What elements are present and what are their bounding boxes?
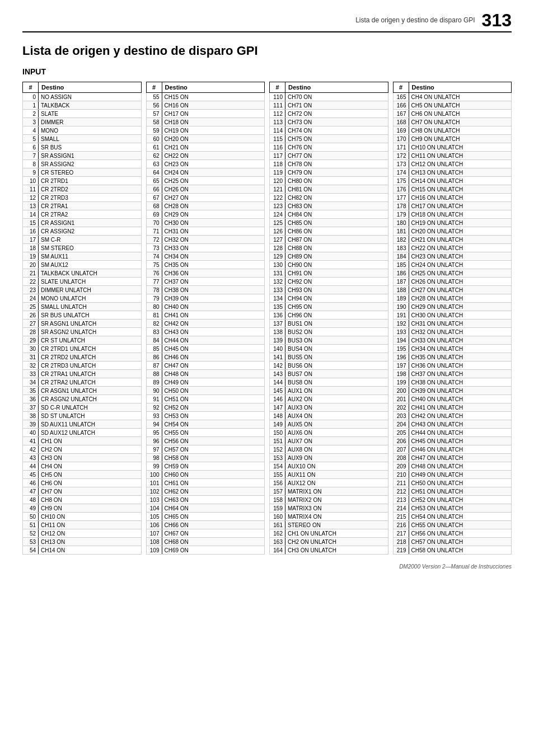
row-dest: CH41 ON UNLATCH bbox=[409, 403, 512, 412]
row-dest: AUX9 ON bbox=[285, 454, 388, 462]
row-dest: CH92 ON bbox=[285, 278, 388, 286]
row-num: 74 bbox=[146, 252, 162, 261]
row-num: 92 bbox=[146, 403, 162, 412]
row-dest: CH35 ON bbox=[162, 261, 265, 269]
row-num: 64 bbox=[146, 168, 162, 177]
table-row: 54CH14 ON bbox=[23, 546, 142, 555]
row-num: 16 bbox=[23, 227, 39, 236]
table-row: 112CH72 ON bbox=[270, 110, 388, 118]
row-dest: CH32 ON bbox=[162, 236, 265, 244]
col1-header-num: # bbox=[23, 82, 39, 93]
row-num: 89 bbox=[146, 378, 162, 387]
row-dest: CH33 ON bbox=[162, 244, 265, 252]
table-row: 122CH82 ON bbox=[270, 194, 388, 202]
row-num: 60 bbox=[146, 135, 162, 143]
col4-header-num: # bbox=[393, 82, 409, 93]
row-num: 155 bbox=[270, 471, 285, 479]
table-row: 190CH29 ON UNLATCH bbox=[393, 303, 512, 311]
table-row: 124CH84 ON bbox=[270, 210, 388, 219]
row-dest: SR ASGN1 UNLATCH bbox=[39, 320, 142, 328]
row-num: 190 bbox=[393, 303, 409, 311]
row-num: 71 bbox=[146, 227, 162, 236]
row-num: 204 bbox=[393, 420, 409, 429]
table-row: 208CH47 ON UNLATCH bbox=[393, 454, 512, 462]
table-row: 136CH96 ON bbox=[270, 311, 388, 320]
row-dest: CH68 ON bbox=[162, 538, 265, 546]
row-num: 45 bbox=[23, 471, 39, 479]
row-num: 11 bbox=[23, 185, 39, 194]
row-num: 191 bbox=[393, 311, 409, 320]
table-row: 128CH88 ON bbox=[270, 244, 388, 252]
row-dest: CH57 ON bbox=[162, 445, 265, 454]
row-dest: CR ASGN2 UNLATCH bbox=[39, 395, 142, 403]
row-dest: CH27 ON bbox=[162, 194, 265, 202]
row-dest: AUX1 ON bbox=[285, 387, 388, 395]
table-row: 48CH8 ON bbox=[23, 496, 142, 504]
row-dest: BUS2 ON bbox=[285, 328, 388, 336]
row-num: 127 bbox=[270, 236, 285, 244]
row-dest: TALKBACK UNLATCH bbox=[39, 269, 142, 278]
row-dest: AUX5 ON bbox=[285, 420, 388, 429]
row-num: 141 bbox=[270, 353, 285, 361]
table-row: 1TALKBACK bbox=[23, 101, 142, 110]
row-dest: SD AUX12 UNLATCH bbox=[39, 429, 142, 437]
table-row: 45CH5 ON bbox=[23, 471, 142, 479]
row-num: 179 bbox=[393, 210, 409, 219]
row-dest: DIMMER UNLATCH bbox=[39, 286, 142, 294]
row-dest: CH7 ON UNLATCH bbox=[409, 118, 512, 126]
table-row: 145AUX1 ON bbox=[270, 387, 388, 395]
row-num: 159 bbox=[270, 504, 285, 513]
row-num: 3 bbox=[23, 118, 39, 126]
table-row: 19SM AUX11 bbox=[23, 252, 142, 261]
row-dest: CH15 ON bbox=[162, 93, 265, 101]
row-dest: CH26 ON bbox=[162, 185, 265, 194]
row-dest: CH47 ON UNLATCH bbox=[409, 454, 512, 462]
table-row: 0NO ASSIGN bbox=[23, 93, 142, 101]
row-dest: CH71 ON bbox=[285, 101, 388, 110]
row-num: 52 bbox=[23, 529, 39, 538]
row-num: 122 bbox=[270, 194, 285, 202]
table-row: 116CH76 ON bbox=[270, 143, 388, 152]
row-num: 130 bbox=[270, 261, 285, 269]
row-dest: CH89 ON bbox=[285, 252, 388, 261]
row-dest: CH65 ON bbox=[162, 513, 265, 521]
row-num: 169 bbox=[393, 126, 409, 135]
table-row: 34CR 2TRA2 UNLATCH bbox=[23, 378, 142, 387]
table-row: 5SMALL bbox=[23, 135, 142, 143]
table-row: 95CH55 ON bbox=[146, 429, 265, 437]
table-row: 218CH57 ON UNLATCH bbox=[393, 538, 512, 546]
row-dest: CH24 ON bbox=[162, 168, 265, 177]
row-num: 135 bbox=[270, 303, 285, 311]
table-row: 42CH2 ON bbox=[23, 445, 142, 454]
row-dest: CH9 ON UNLATCH bbox=[409, 135, 512, 143]
table-row: 16CR ASSIGN2 bbox=[23, 227, 142, 236]
table-row: 178CH17 ON UNLATCH bbox=[393, 202, 512, 210]
table-row: 167CH6 ON UNLATCH bbox=[393, 110, 512, 118]
row-num: 121 bbox=[270, 185, 285, 194]
row-dest: CH87 ON bbox=[285, 236, 388, 244]
row-num: 87 bbox=[146, 361, 162, 370]
row-num: 148 bbox=[270, 412, 285, 420]
row-dest: CH49 ON UNLATCH bbox=[409, 471, 512, 479]
row-num: 193 bbox=[393, 328, 409, 336]
table-col-2: # Destino 55CH15 ON56CH16 ON57CH17 ON58C… bbox=[146, 82, 265, 555]
table-row: 164CH3 ON UNLATCH bbox=[270, 546, 388, 555]
row-num: 53 bbox=[23, 538, 39, 546]
table-row: 176CH15 ON UNLATCH bbox=[393, 185, 512, 194]
row-dest: BUS1 ON bbox=[285, 320, 388, 328]
row-num: 212 bbox=[393, 487, 409, 496]
row-dest: CH64 ON bbox=[162, 504, 265, 513]
row-num: 129 bbox=[270, 252, 285, 261]
table-row: 7SR ASSIGN1 bbox=[23, 152, 142, 160]
row-dest: CH29 ON bbox=[162, 210, 265, 219]
table-row: 210CH49 ON UNLATCH bbox=[393, 471, 512, 479]
table-row: 8SR ASSIGN2 bbox=[23, 160, 142, 168]
table-row: 69CH29 ON bbox=[146, 210, 265, 219]
subsection-title: INPUT bbox=[22, 67, 512, 76]
table-row: 142BUS6 ON bbox=[270, 361, 388, 370]
row-dest: CH53 ON UNLATCH bbox=[409, 504, 512, 513]
row-dest: MATRIX2 ON bbox=[285, 496, 388, 504]
row-num: 62 bbox=[146, 152, 162, 160]
row-dest: MATRIX1 ON bbox=[285, 487, 388, 496]
row-num: 201 bbox=[393, 395, 409, 403]
